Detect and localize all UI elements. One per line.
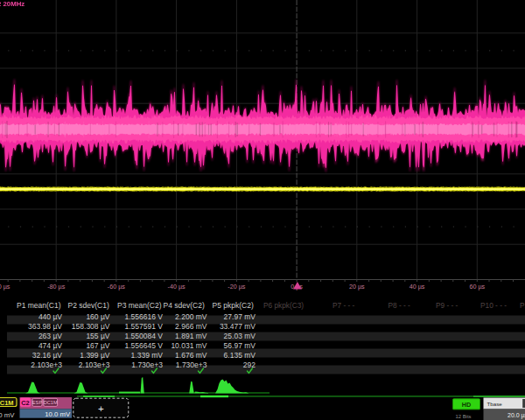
svg-text:2 20MHz: 2 20MHz — [0, 0, 24, 8]
svg-text:-80 µs: -80 µs — [47, 283, 66, 290]
svg-text:P1: P1 — [520, 301, 525, 310]
svg-text:20 µs: 20 µs — [349, 283, 365, 290]
svg-text:2.103e+3: 2.103e+3 — [31, 360, 62, 369]
svg-text:-40 µs: -40 µs — [168, 283, 186, 290]
svg-text:Tbase: Tbase — [487, 401, 503, 407]
svg-text:1.891 mV: 1.891 mV — [175, 332, 207, 340]
svg-text:32.16 µV: 32.16 µV — [32, 351, 63, 360]
svg-text:155 µV: 155 µV — [86, 332, 109, 340]
svg-text:1.676 mV: 1.676 mV — [175, 351, 207, 360]
svg-text:-60 µs: -60 µs — [108, 283, 126, 290]
svg-text:1.339 mV: 1.339 mV — [131, 351, 164, 360]
svg-text:DC1M: DC1M — [44, 400, 58, 405]
svg-text:P8 - - -: P8 - - - — [388, 301, 411, 310]
svg-text:10.0 mV: 10.0 mV — [45, 410, 71, 418]
svg-text:292: 292 — [243, 360, 256, 369]
svg-text:P7 - - -: P7 - - - — [332, 301, 355, 310]
svg-text:HD: HD — [462, 401, 471, 409]
svg-text:P5 pkpk(C2): P5 pkpk(C2) — [213, 301, 254, 310]
svg-text:363.98 µV: 363.98 µV — [28, 322, 62, 331]
svg-text:P4 sdev(C2): P4 sdev(C2) — [164, 301, 205, 310]
svg-text:2.966 mV: 2.966 mV — [175, 322, 207, 331]
svg-text:2.200 mV: 2.200 mV — [175, 312, 207, 321]
svg-text:P1 mean(C1): P1 mean(C1) — [17, 301, 61, 310]
svg-text:440 µV: 440 µV — [38, 312, 62, 321]
svg-text:DC1M: DC1M — [0, 399, 13, 407]
svg-text:20.0 µs/div: 20.0 µs/div — [508, 412, 525, 419]
svg-text:-20 µs: -20 µs — [228, 283, 246, 290]
svg-text:12 Bits: 12 Bits — [456, 414, 472, 419]
svg-text:167 µV: 167 µV — [86, 341, 109, 350]
svg-text:P2 sdev(C1): P2 sdev(C1) — [68, 301, 109, 310]
svg-text:1.730e+3: 1.730e+3 — [131, 360, 163, 369]
svg-text:25.03 mV: 25.03 mV — [224, 332, 256, 340]
svg-text:6.135 mV: 6.135 mV — [224, 351, 256, 360]
svg-text:60 µs: 60 µs — [469, 283, 485, 290]
svg-text:1.556616 V: 1.556616 V — [125, 312, 164, 321]
svg-text:P3 mean(C2): P3 mean(C2) — [117, 301, 162, 310]
svg-text:P9 - - -: P9 - - - — [436, 301, 458, 310]
svg-text:2.103e+3: 2.103e+3 — [79, 360, 110, 369]
svg-text:160 µV: 160 µV — [86, 312, 109, 321]
svg-text:56.97 mV: 56.97 mV — [224, 341, 256, 350]
svg-text:+: + — [98, 403, 104, 414]
svg-text:474 µV: 474 µV — [38, 341, 62, 350]
svg-text:0 mV: 0 mV — [0, 411, 15, 419]
svg-text:1.556645 V: 1.556645 V — [125, 341, 164, 350]
svg-text:ESP: ESP — [32, 400, 43, 405]
svg-text:40 µs: 40 µs — [410, 283, 425, 290]
svg-text:10.031 mV: 10.031 mV — [171, 341, 206, 350]
svg-text:1.557591 V: 1.557591 V — [125, 322, 164, 331]
svg-text:1.550084 V: 1.550084 V — [125, 332, 164, 340]
svg-text:263 µV: 263 µV — [38, 332, 62, 340]
svg-text:33.477 mV: 33.477 mV — [220, 322, 256, 331]
svg-text:P6 pkpk(C3): P6 pkpk(C3) — [263, 301, 304, 310]
svg-text:158.308 µV: 158.308 µV — [72, 322, 110, 331]
svg-text:P10 - - -: P10 - - - — [480, 301, 507, 310]
svg-text:1.730e+3: 1.730e+3 — [176, 360, 207, 369]
svg-text:27.97 mV: 27.97 mV — [224, 312, 256, 321]
svg-text:-100 µs: -100 µs — [0, 283, 10, 290]
svg-text:C2: C2 — [21, 399, 29, 407]
svg-text:1.399 µV: 1.399 µV — [80, 351, 110, 360]
